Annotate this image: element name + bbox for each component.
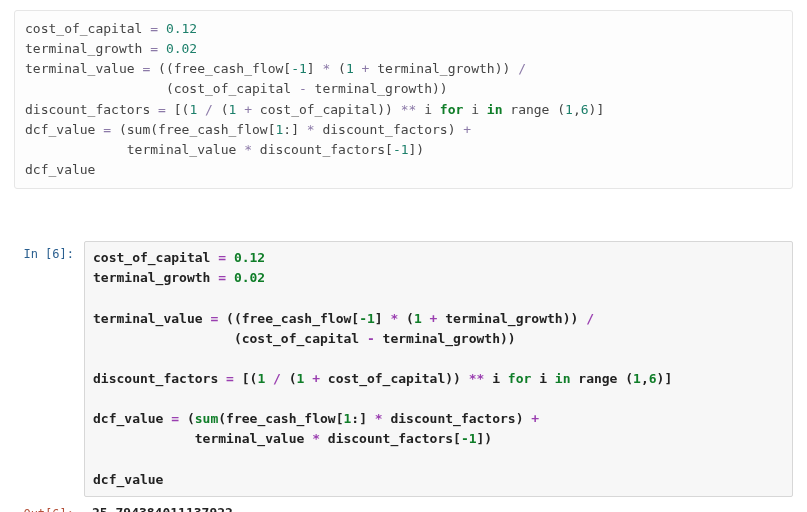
input-code-area[interactable]: cost_of_capital = 0.12 terminal_growth =… — [84, 241, 793, 497]
code-line: cost_of_capital = 0.12 — [93, 250, 265, 265]
input-prompt: In [6]: — [14, 241, 84, 261]
code-line: discount_factors = [(1 / (1 + cost_of_ca… — [25, 102, 604, 117]
code-line: terminal_value = ((free_cash_flow[-1] * … — [25, 61, 526, 76]
code-line: terminal_value = ((free_cash_flow[-1] * … — [93, 311, 594, 326]
code-line: dcf_value = (sum(free_cash_flow[1:] * di… — [25, 122, 471, 137]
code-line: terminal_value * discount_factors[-1]) — [25, 142, 424, 157]
output-value: 25.794384011137922 — [84, 501, 793, 512]
jupyter-input-cell: In [6]: cost_of_capital = 0.12 terminal_… — [14, 241, 793, 497]
output-prompt: Out[6]: — [14, 501, 84, 512]
code-line: terminal_value * discount_factors[-1]) — [93, 431, 492, 446]
code-line: dcf_value — [93, 472, 163, 487]
jupyter-output-cell: Out[6]: 25.794384011137922 — [14, 501, 793, 512]
code-line: terminal_growth = 0.02 — [93, 270, 265, 285]
code-block-top: cost_of_capital = 0.12 terminal_growth =… — [14, 10, 793, 189]
code-line: (cost_of_capital - terminal_growth)) — [25, 81, 448, 96]
code-line: dcf_value — [25, 162, 95, 177]
page: cost_of_capital = 0.12 terminal_growth =… — [0, 0, 807, 512]
code-line: (cost_of_capital - terminal_growth)) — [93, 331, 516, 346]
code-line: cost_of_capital = 0.12 — [25, 21, 197, 36]
code-line: discount_factors = [(1 / (1 + cost_of_ca… — [93, 371, 672, 386]
code-line: dcf_value = (sum(free_cash_flow[1:] * di… — [93, 411, 539, 426]
code-line: terminal_growth = 0.02 — [25, 41, 197, 56]
